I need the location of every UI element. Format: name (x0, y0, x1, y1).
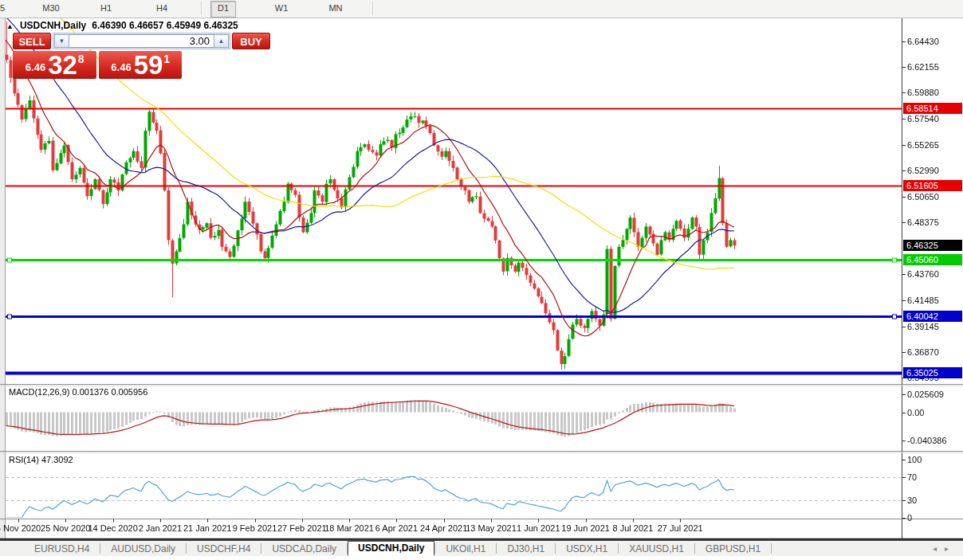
chart-tab-xauusd[interactable]: XAUUSD,H1 (619, 542, 694, 555)
sell-button[interactable]: SELL (13, 33, 51, 49)
chart-tab-usdcnh[interactable]: USDCNH,Daily (348, 541, 434, 556)
sell-price-prefix: 6.46 (26, 61, 45, 73)
macd-indicator-label: MACD(12,26,9) 0.001376 0.005956 (9, 387, 147, 397)
tab-scroll-arrows[interactable]: ◂▸ (933, 544, 957, 553)
buy-price-box[interactable]: 6.46 59 1 (99, 51, 183, 79)
date-tick-label: 13 May 2021 (466, 523, 517, 533)
price-tick-label: 6.50650 (907, 192, 939, 202)
date-tick-label: 18 Mar 2021 (324, 523, 374, 533)
price-tick-label: 6.43760 (907, 269, 939, 279)
sell-price-box[interactable]: 6.46 32 8 (13, 51, 96, 79)
price-tick-label: 6.48375 (907, 217, 939, 227)
tab-scroll-left-icon[interactable]: ◂ (933, 544, 945, 553)
chart-tab-usdx[interactable]: USDX,H1 (556, 542, 618, 555)
rsi-tick-label: 30 (907, 495, 917, 505)
trade-controls-row: SELL ▼ ▲ BUY (13, 33, 182, 49)
price-line-badge: 6.35025 (903, 367, 962, 378)
timeframe-button-h1[interactable]: H1 (94, 1, 118, 16)
timeframe-button-d1[interactable]: D1 (210, 1, 236, 18)
price-tick-label: 6.52990 (907, 166, 939, 175)
sell-price-point: 8 (78, 53, 85, 65)
price-tick-label: 6.57540 (907, 114, 939, 123)
buy-price-prefix: 6.46 (111, 61, 131, 73)
chart-tab-gbpusd[interactable]: GBPUSD,H1 (695, 542, 771, 555)
buy-button[interactable]: BUY (232, 33, 270, 49)
chart-tab-audusd[interactable]: AUDUSD,Daily (100, 542, 186, 555)
rsi-indicator-label: RSI(14) 47.3092 (9, 455, 73, 464)
price-line-badge: 6.51605 (903, 180, 962, 191)
timeframe-toolbar: 5M30H1H4D1W1MN (0, 0, 963, 18)
chart-tab-usdcad[interactable]: USDCAD,Daily (261, 542, 347, 555)
chart-tab-usdchf[interactable]: USDCHF,H4 (187, 542, 261, 555)
price-tick-label: 6.59880 (907, 88, 939, 97)
date-tick-label: 14 Dec 2020 (88, 523, 137, 533)
chart-tab-ukoil[interactable]: UKOil,H1 (435, 542, 496, 555)
chart-title: ▲USDCNH,Daily6.46390 6.46657 6.45949 6.4… (6, 20, 238, 31)
date-tick-label: 21 Jan 2021 (183, 523, 232, 533)
date-tick-label: 27 Jul 2021 (658, 523, 703, 533)
chart-tab-eurusd[interactable]: EURUSD,H4 (24, 542, 100, 555)
rsi-tick-label: 100 (907, 455, 922, 464)
date-tick-label: 6 Nov 2020 (0, 523, 41, 533)
date-tick-label: 19 Jun 2021 (561, 523, 610, 533)
price-tick-label: 6.64430 (907, 37, 939, 46)
price-tick-label: 6.41485 (907, 296, 939, 305)
price-line-badge: 6.40042 (903, 311, 962, 322)
rsi-tick-label: 0 (907, 513, 912, 523)
date-tick-label: 27 Feb 2021 (277, 523, 327, 533)
tab-scroll-right-icon[interactable]: ▸ (945, 544, 957, 553)
price-line-badge: 6.58514 (903, 103, 962, 114)
timeframe-button-mn[interactable]: MN (322, 1, 348, 16)
volume-input[interactable] (69, 34, 214, 48)
volume-decrease-icon[interactable]: ▼ (54, 34, 69, 48)
chart-symbol-label: USDCNH,Daily (20, 20, 86, 31)
timeframe-button-m30[interactable]: M30 (36, 1, 65, 16)
volume-increase-icon[interactable]: ▲ (214, 34, 229, 48)
price-tick-label: 6.36870 (907, 347, 939, 357)
timeframe-button-h4[interactable]: H4 (150, 1, 174, 16)
timeframe-button-5[interactable]: 5 (0, 1, 11, 16)
date-tick-label: 9 Feb 2021 (233, 523, 277, 533)
date-tick-label: 25 Nov 2020 (41, 523, 90, 533)
buy-price-point: 1 (163, 53, 170, 65)
date-tick-label: 8 Jul 2021 (613, 523, 654, 533)
chart-scroll-icon: ▲ (6, 22, 14, 30)
toolbar-separator (201, 2, 202, 15)
tab-separator (771, 543, 772, 554)
chart-tab-bar: EURUSD,H4AUDUSD,DailyUSDCHF,H4USDCAD,Dai… (0, 539, 963, 556)
price-chart-canvas[interactable] (0, 0, 963, 560)
one-click-trading-panel: SELL ▼ ▲ BUY 6.46 32 8 6.46 59 1 (13, 33, 182, 79)
toolbar-separator (372, 2, 374, 15)
price-tick-label: 6.62155 (907, 62, 939, 72)
chart-tab-dj30[interactable]: DJ30,H1 (497, 542, 555, 555)
date-tick-label: 24 Apr 2021 (420, 523, 467, 533)
chart-ohlc-values: 6.46390 6.46657 6.45949 6.46325 (92, 20, 238, 31)
volume-spinner: ▼ ▲ (53, 33, 230, 49)
timeframe-button-w1[interactable]: W1 (269, 1, 295, 16)
price-line-badge: 6.46325 (903, 240, 962, 251)
date-tick-label: 1 Jun 2021 (517, 523, 560, 533)
price-tick-label: 6.39145 (907, 322, 939, 331)
price-tick-label: 6.55265 (907, 140, 939, 150)
date-tick-label: 6 Apr 2021 (375, 523, 418, 533)
macd-tick-label: 0.00 (907, 408, 924, 417)
macd-tick-label: 0.025609 (907, 390, 944, 399)
price-line-badge: 6.45060 (903, 254, 962, 265)
trade-prices-row: 6.46 32 8 6.46 59 1 (13, 51, 182, 79)
sell-price-pips: 32 (48, 52, 77, 78)
rsi-tick-label: 70 (907, 472, 917, 482)
date-tick-label: 2 Jan 2021 (139, 523, 182, 533)
macd-tick-label: -0.040386 (907, 436, 947, 445)
buy-price-pips: 59 (134, 52, 163, 78)
